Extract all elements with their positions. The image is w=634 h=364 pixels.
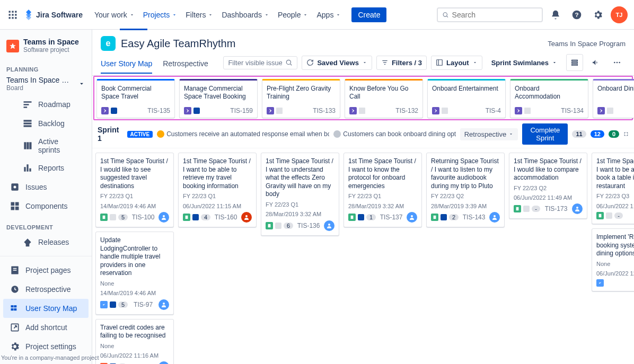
svg-rect-24	[15, 207, 19, 210]
project-name: Teams in Space	[23, 38, 79, 46]
sidebar-item-project-settings[interactable]: Project settings	[3, 337, 89, 356]
story-card[interactable]: 1st Time Space Tourist / I would like to…	[95, 153, 174, 227]
sidebar-item-reports[interactable]: Reports	[3, 158, 89, 177]
story-estimate: 6	[284, 223, 293, 229]
user-avatar[interactable]: TJ	[611, 6, 628, 23]
svg-rect-31	[11, 308, 14, 310]
refresh-icon	[306, 59, 314, 66]
story-key: TIS-136	[297, 222, 320, 229]
sidebar-item-roadmap[interactable]: Roadmap	[3, 95, 89, 114]
sidebar-item-user-story-map[interactable]: User Story Map	[3, 299, 89, 318]
retrospective-button[interactable]: Retrospective	[460, 128, 518, 140]
story-color-square	[275, 223, 281, 229]
epic-card[interactable]: Onboard Accommodation TIS-134	[510, 79, 588, 118]
story-card[interactable]: 1st Time Space Tourist / I want to be ab…	[178, 153, 257, 227]
svg-point-49	[163, 303, 165, 305]
assignee-avatar	[572, 203, 583, 214]
plugin-logo: e	[101, 36, 116, 51]
app-switcher-icon[interactable]	[6, 8, 19, 21]
story-estimate: 5	[118, 214, 128, 220]
epic-card[interactable]: Pre-Flight Zero Gravity Training TIS-133	[262, 79, 340, 118]
task-type-icon	[596, 279, 604, 287]
epic-type-icon	[597, 107, 605, 114]
nav-dashboards[interactable]: Dashboards	[217, 8, 274, 21]
story-card[interactable]: Travel credit codes are failing to be re…	[95, 319, 174, 364]
complete-sprint-button[interactable]: Complete Sprint	[522, 123, 568, 145]
notifications-icon[interactable]	[547, 6, 564, 23]
settings-icon[interactable]	[589, 6, 606, 23]
jira-icon	[23, 10, 34, 20]
story-card[interactable]: Implement 'Resy' booking system for all …	[592, 228, 634, 291]
tab-user-story-map[interactable]: User Story Map	[101, 56, 152, 73]
story-color-square	[110, 214, 116, 220]
nav-projects[interactable]: Projects	[139, 8, 182, 21]
footer-message: You're in a company-managed project	[1, 354, 99, 361]
filter-icon	[381, 59, 389, 66]
help-icon[interactable]: ?	[568, 6, 585, 23]
svg-point-46	[619, 62, 620, 64]
tab-retrospective[interactable]: Retrospective	[163, 56, 208, 73]
sidebar-item-project-pages[interactable]: Project pages	[3, 261, 89, 280]
search-input[interactable]	[452, 11, 538, 19]
layout-button[interactable]: Layout	[431, 56, 482, 70]
sidebar-item-issues[interactable]: Issues	[3, 177, 89, 197]
epic-card[interactable]: Onboard Entertainment TIS-4	[427, 79, 506, 118]
nav-filters[interactable]: Filters	[181, 8, 217, 21]
svg-point-59	[494, 215, 496, 217]
compact-view-icon[interactable]	[566, 54, 583, 71]
story-date: 14/Mar/2019 4:46 AM	[100, 202, 169, 210]
assignee-avatar	[324, 220, 334, 231]
filter-issues-input[interactable]: Filter visible issues	[223, 56, 297, 69]
expand-icon[interactable]	[623, 130, 629, 138]
more-icon[interactable]	[609, 54, 626, 71]
section-development: DEVELOPMENT	[0, 216, 92, 233]
story-card[interactable]: 1st Time Space Tourist / I want to know …	[344, 153, 422, 227]
announce-icon[interactable]	[587, 54, 604, 71]
story-fixversion: None	[100, 342, 169, 350]
svg-rect-14	[24, 123, 32, 125]
sidebar-item-components[interactable]: Components	[3, 197, 89, 216]
story-fixversion: FY 22/23 Q2	[431, 192, 500, 200]
jira-logo[interactable]: Jira Software	[23, 10, 83, 20]
story-card[interactable]: Returning Space Tourist / I want to list…	[426, 153, 505, 227]
sidebar-item-add-shortcut[interactable]: Add shortcut	[3, 318, 89, 337]
swimlanes-button[interactable]: Sprint Swimlanes	[487, 56, 562, 70]
epic-card[interactable]: Book Commercial Space Travel TIS-135	[96, 79, 175, 118]
project-header[interactable]: Teams in Space Software project	[0, 34, 92, 58]
story-fixversion: None	[596, 260, 634, 268]
saved-views-button[interactable]: Saved Views	[302, 56, 372, 70]
story-title: 1st Time Space Tourist / I want to be ab…	[183, 157, 252, 190]
sidebar-item-backlog[interactable]: Backlog	[3, 114, 89, 133]
story-title: 1st Time Space Tourist / I would like to…	[514, 157, 583, 182]
svg-rect-42	[572, 62, 578, 63]
sidebar-item-retrospective[interactable]: Retrospective	[3, 280, 89, 299]
story-card[interactable]: 1st Time Space Tourist / I would like to…	[509, 153, 587, 219]
page-title: Easy Agile TeamRhythm	[121, 38, 235, 50]
svg-rect-5	[15, 14, 16, 15]
board-selector[interactable]: Teams In Space Prog... Board	[0, 75, 92, 95]
sidebar-item-active-sprints[interactable]: Active sprints	[3, 133, 89, 158]
story-card[interactable]: Update LodgingController to handle multi…	[95, 232, 174, 315]
nav-apps[interactable]: Apps	[312, 8, 345, 21]
epic-color-square	[193, 108, 200, 114]
epic-card[interactable]: Onboard Dining TIS-	[593, 79, 634, 118]
board-scroll[interactable]: Book Commercial Space Travel TIS-135 Man…	[92, 76, 634, 364]
filters-button[interactable]: Filters / 3	[376, 56, 427, 70]
story-card[interactable]: 1st Time Space Tourist / I want to be ab…	[592, 153, 634, 224]
svg-rect-39	[437, 60, 443, 66]
nav-people[interactable]: People	[274, 8, 313, 21]
nav-your-work[interactable]: Your work	[90, 8, 139, 21]
epic-title: Onboard Dining	[597, 85, 634, 93]
epic-card[interactable]: Manage Commercial Space Travel Booking T…	[179, 79, 258, 118]
sidebar-item-releases[interactable]: Releases	[3, 233, 89, 252]
story-date: 06/Jun/2022 11:58 AM	[596, 202, 634, 210]
create-button[interactable]: Create	[351, 7, 386, 22]
global-search[interactable]	[437, 7, 543, 22]
epic-key: TIS-4	[486, 107, 501, 114]
story-type-icon	[266, 222, 273, 229]
svg-rect-1	[12, 11, 13, 12]
story-card[interactable]: 1st Time Space Tourist / I want to under…	[261, 153, 339, 236]
svg-rect-21	[11, 202, 15, 206]
epic-card[interactable]: Know Before You Go Call TIS-132	[345, 79, 423, 118]
task-type-icon	[100, 301, 108, 308]
